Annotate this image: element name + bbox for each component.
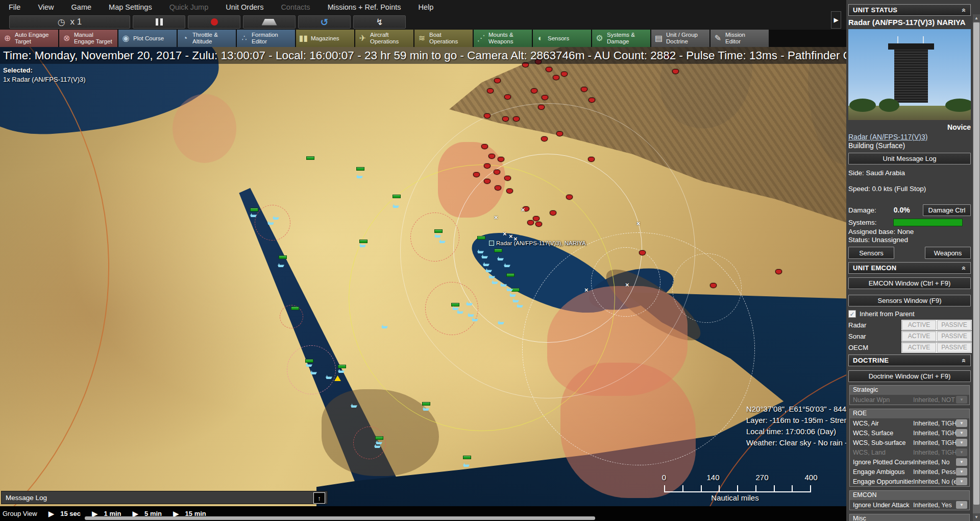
toolbar-plot-course[interactable]: ◉Plot Course (118, 30, 177, 47)
facility-marker-icon[interactable] (306, 156, 314, 160)
friendly-ship-icon[interactable] (351, 403, 357, 408)
pulse-button[interactable]: ↯ (353, 15, 406, 29)
toolbar-auto-engage-target[interactable]: ⊕Auto Engage Target (0, 30, 58, 47)
emcon-active-button[interactable]: ACTIVE (901, 331, 937, 342)
friendly-ship-icon[interactable] (483, 262, 489, 266)
collapse-icon[interactable]: « (960, 266, 968, 270)
dropdown-icon[interactable]: ▼ (956, 419, 967, 427)
map-mode-button[interactable] (243, 15, 296, 29)
friendly-ship-icon[interactable] (512, 298, 519, 302)
friendly-ship-icon[interactable] (504, 263, 510, 267)
friendly-ship-icon[interactable] (434, 233, 441, 238)
collapse-icon[interactable]: « (960, 8, 968, 12)
friendly-ship-icon[interactable] (359, 243, 366, 247)
toolbar-manual-engage-target[interactable]: ⊗Manual Engage Target (59, 30, 117, 47)
friendly-ship-icon[interactable] (306, 362, 312, 367)
menu-missions-ref-points[interactable]: Missions + Ref. Points (319, 3, 410, 11)
hostile-unit-icon[interactable] (553, 75, 559, 80)
dropdown-icon[interactable]: ▼ (956, 468, 967, 476)
selected-unit-map-label[interactable]: Radar (AN/FPS-117(V)3), NARIYA (489, 240, 586, 246)
friendly-ship-icon[interactable] (481, 254, 488, 258)
toolbar-magazines[interactable]: ▮▮Magazines (296, 30, 354, 47)
friendly-ship-icon[interactable] (310, 370, 317, 374)
hostile-unit-icon[interactable] (502, 116, 509, 122)
hostile-unit-icon[interactable] (481, 144, 488, 149)
hostile-unit-icon[interactable] (487, 88, 494, 93)
sensors-window-button[interactable]: Sensors Window (F9) (848, 295, 971, 306)
menu-help[interactable]: Help (409, 3, 442, 11)
emcon-active-button[interactable]: ACTIVE (901, 320, 937, 330)
friendly-ship-icon[interactable] (472, 317, 478, 321)
toolbar-unit-group-doctrine[interactable]: ▤Unit / Group Doctrine (651, 30, 709, 47)
toolbar-aircraft-operations[interactable]: ✈Aircraft Operations (355, 30, 413, 47)
contact-x-icon[interactable]: × (521, 206, 525, 213)
friendly-ship-icon[interactable] (338, 368, 345, 373)
facility-marker-icon[interactable] (279, 255, 287, 259)
collapse-icon[interactable]: « (960, 358, 968, 362)
dropdown-icon[interactable]: ▼ (956, 501, 967, 509)
friendly-ship-icon[interactable] (498, 320, 504, 324)
hostile-unit-icon[interactable] (494, 170, 500, 175)
hostile-unit-icon[interactable] (504, 176, 511, 181)
dropdown-icon[interactable]: ▼ (956, 439, 967, 446)
friendly-ship-icon[interactable] (468, 312, 474, 317)
facility-marker-icon[interactable] (434, 229, 443, 233)
record-button[interactable] (188, 15, 240, 29)
friendly-ship-icon[interactable] (393, 203, 399, 208)
friendly-ship-icon[interactable] (485, 268, 492, 272)
weapons-button[interactable]: Weapons (925, 247, 971, 259)
hostile-unit-icon[interactable] (495, 185, 501, 191)
sensors-button[interactable]: Sensors (848, 247, 894, 259)
hostile-unit-icon[interactable] (527, 220, 534, 225)
contact-x-icon[interactable]: × (509, 233, 513, 240)
horizontal-scrollbar[interactable] (85, 516, 595, 520)
damage-ctrl-button[interactable]: Damage Ctrl (923, 204, 971, 216)
friendly-ship-icon[interactable] (423, 406, 429, 411)
friendly-ship-icon[interactable] (439, 239, 446, 243)
toolbar-boat-operations[interactable]: ≋Boat Operations (414, 30, 473, 47)
facility-marker-icon[interactable] (305, 359, 313, 363)
hostile-unit-icon[interactable] (588, 157, 595, 162)
hostile-unit-icon[interactable] (504, 94, 511, 100)
scroll-up-icon[interactable]: ▲ (973, 14, 980, 22)
hostile-unit-icon[interactable] (550, 210, 556, 216)
contact-x-icon[interactable]: × (584, 287, 589, 293)
unit-emcon-header[interactable]: UNIT EMCON « (848, 262, 971, 274)
facility-marker-icon[interactable] (463, 456, 471, 459)
hostile-unit-icon[interactable] (531, 88, 537, 93)
dropdown-icon[interactable]: ▼ (956, 478, 967, 485)
unit-db-link[interactable]: Radar (AN/FPS-117(V)3) (848, 133, 971, 141)
friendly-ship-icon[interactable] (250, 212, 257, 217)
facility-marker-icon[interactable] (338, 365, 346, 368)
facility-marker-icon[interactable] (356, 167, 364, 171)
hostile-unit-icon[interactable] (533, 216, 540, 221)
friendly-ship-icon[interactable] (267, 220, 274, 225)
inherit-checkbox[interactable]: ✓ (848, 310, 856, 318)
radar-unit-icon[interactable] (489, 241, 494, 246)
toolbar-mission-editor[interactable]: ✎Mission Editor (710, 30, 769, 47)
hostile-unit-icon[interactable] (561, 72, 568, 77)
friendly-ship-icon[interactable] (509, 292, 516, 297)
doctrine-header[interactable]: DOCTRINE « (848, 354, 971, 366)
doctrine-window-button[interactable]: Doctrine Window (Ctrl + F9) (848, 370, 971, 382)
contact-x-icon[interactable]: × (636, 220, 641, 227)
emcon-passive-button[interactable]: PASSIVE (937, 331, 972, 342)
unit-status-header[interactable]: UNIT STATUS « (848, 4, 971, 16)
scroll-down-icon[interactable]: ▼ (973, 513, 980, 521)
hostile-unit-icon[interactable] (542, 95, 548, 100)
hostile-unit-icon[interactable] (513, 116, 520, 122)
hostile-unit-icon[interactable] (541, 136, 548, 141)
facility-marker-icon[interactable] (359, 240, 368, 243)
friendly-ship-icon[interactable] (517, 303, 523, 307)
pause-button[interactable] (133, 15, 185, 29)
contact-x-icon[interactable]: × (503, 230, 507, 237)
toolbar-sensors[interactable]: ◐Sensors (533, 30, 591, 47)
emcon-active-button[interactable]: ACTIVE (901, 342, 937, 353)
facility-marker-icon[interactable] (375, 436, 383, 440)
friendly-ship-icon[interactable] (492, 279, 498, 284)
toolbar-formation-editor[interactable]: ∴Formation Editor (237, 30, 295, 47)
hostile-unit-icon[interactable] (710, 283, 717, 288)
facility-marker-icon[interactable] (511, 288, 520, 292)
menu-view[interactable]: View (29, 3, 62, 11)
emcon-passive-button[interactable]: PASSIVE (937, 320, 972, 330)
